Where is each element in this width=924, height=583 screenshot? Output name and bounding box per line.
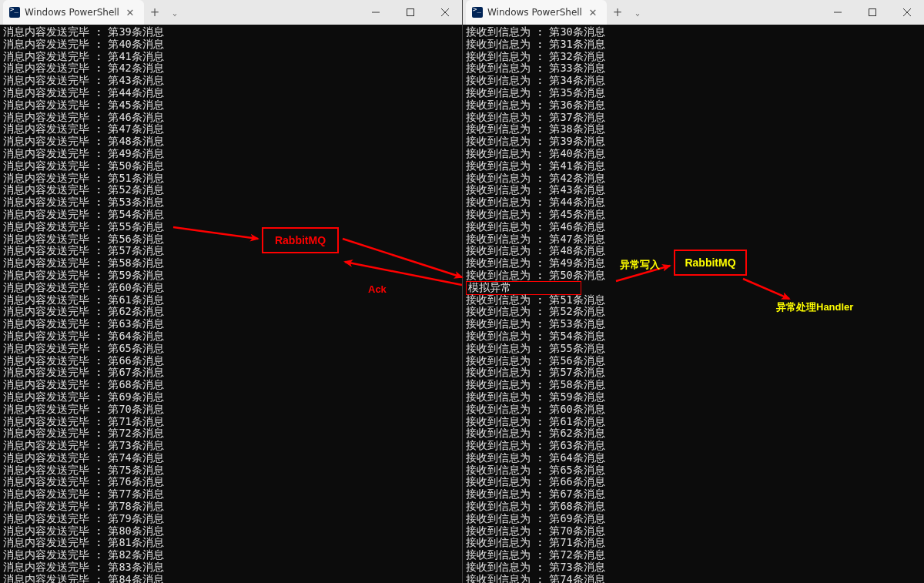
tab-powershell-right[interactable]: Windows PowerShell ✕ [466,0,607,25]
log-line: 接收到信息为 : 第57条消息 [466,367,921,379]
log-line: 接收到信息为 : 第62条消息 [466,427,921,440]
log-line: 消息内容发送完毕 : 第62条消息 [3,306,459,318]
log-line: 消息内容发送完毕 : 第76条消息 [3,476,459,488]
log-line: 接收到信息为 : 第38条消息 [466,123,921,136]
log-line: 消息内容发送完毕 : 第51条消息 [3,173,459,185]
terminal-output-right[interactable]: 接收到信息为 : 第30条消息接收到信息为 : 第31条消息接收到信息为 : 第… [463,25,924,583]
log-line: 消息内容发送完毕 : 第47条消息 [3,123,459,136]
log-line: 消息内容发送完毕 : 第71条消息 [3,416,459,428]
log-line: 接收到信息为 : 第35条消息 [466,87,921,99]
log-line: 消息内容发送完毕 : 第40条消息 [3,39,459,51]
log-line: 消息内容发送完毕 : 第83条消息 [3,561,459,574]
log-line: 消息内容发送完毕 : 第42条消息 [3,62,459,75]
log-line: 消息内容发送完毕 : 第61条消息 [3,294,459,307]
log-line: 接收到信息为 : 第73条消息 [466,561,921,574]
abnormal-write-label: 异常写入 [620,258,660,272]
log-line: 接收到信息为 : 第71条消息 [466,537,921,549]
tab-dropdown-button[interactable]: ⌄ [628,2,647,23]
log-line: 消息内容发送完毕 : 第58条消息 [3,257,459,270]
powershell-window-right: Windows PowerShell ✕ + ⌄ 接收到信息为 : 第30条消息… [462,0,924,583]
log-line: 消息内容发送完毕 : 第84条消息 [3,574,459,583]
log-line: 消息内容发送完毕 : 第43条消息 [3,75,459,87]
log-line: 接收到信息为 : 第59条消息 [466,391,921,404]
tab-close-button[interactable]: ✕ [124,6,136,18]
log-line: 接收到信息为 : 第54条消息 [466,330,921,343]
titlebar-right[interactable]: Windows PowerShell ✕ + ⌄ [463,0,924,25]
log-line: 接收到信息为 : 第43条消息 [466,184,921,196]
log-line: 接收到信息为 : 第65条消息 [466,464,921,477]
log-line: 接收到信息为 : 第70条消息 [466,525,921,538]
log-line: 接收到信息为 : 第33条消息 [466,62,921,75]
log-line: 接收到信息为 : 第64条消息 [466,452,921,464]
log-line: 消息内容发送完毕 : 第44条消息 [3,87,459,99]
exception-highlight: 模拟异常 [466,281,581,295]
tab-close-button[interactable]: ✕ [587,6,599,18]
log-line: 接收到信息为 : 第74条消息 [466,574,921,583]
log-line: 消息内容发送完毕 : 第78条消息 [3,501,459,513]
terminal-output-left[interactable]: 消息内容发送完毕 : 第39条消息消息内容发送完毕 : 第40条消息消息内容发送… [0,25,462,583]
log-line: 消息内容发送完毕 : 第81条消息 [3,537,459,549]
log-line: 接收到信息为 : 第32条消息 [466,51,921,63]
log-line: 消息内容发送完毕 : 第65条消息 [3,343,459,355]
log-line: 消息内容发送完毕 : 第48条消息 [3,136,459,148]
powershell-window-left: Windows PowerShell ✕ + ⌄ 消息内容发送完毕 : 第39条… [0,0,462,583]
log-line: 消息内容发送完毕 : 第49条消息 [3,148,459,160]
log-line: 消息内容发送完毕 : 第50条消息 [3,160,459,173]
log-line: 消息内容发送完毕 : 第41条消息 [3,51,459,63]
log-line: 消息内容发送完毕 : 第57条消息 [3,245,459,257]
log-line: 接收到信息为 : 第37条消息 [466,112,921,124]
log-line: 消息内容发送完毕 : 第67条消息 [3,367,459,379]
log-line: 接收到信息为 : 第30条消息 [466,26,921,39]
maximize-button[interactable] [855,0,889,25]
new-tab-button[interactable]: + [144,2,166,23]
log-line: 接收到信息为 : 第39条消息 [466,136,921,148]
close-button[interactable] [889,0,924,25]
log-line: 消息内容发送完毕 : 第64条消息 [3,330,459,343]
log-line: 接收到信息为 : 第53条消息 [466,318,921,330]
exception-line: 模拟异常 [466,282,921,294]
ack-label: Ack [368,283,387,295]
log-line: 消息内容发送完毕 : 第79条消息 [3,513,459,525]
log-line: 消息内容发送完毕 : 第54条消息 [3,209,459,221]
log-line: 消息内容发送完毕 : 第68条消息 [3,379,459,391]
handler-label: 异常处理Handler [776,300,853,314]
minimize-button[interactable] [820,0,855,25]
tab-dropdown-button[interactable]: ⌄ [166,2,184,23]
rabbitmq-box-right: RabbitMQ [674,250,747,276]
log-line: 接收到信息为 : 第36条消息 [466,99,921,112]
rabbitmq-label-right: RabbitMQ [685,256,735,269]
log-line: 消息内容发送完毕 : 第66条消息 [3,355,459,367]
log-line: 消息内容发送完毕 : 第72条消息 [3,427,459,440]
log-line: 消息内容发送完毕 : 第75条消息 [3,464,459,477]
log-line: 接收到信息为 : 第47条消息 [466,233,921,246]
log-line: 消息内容发送完毕 : 第82条消息 [3,549,459,561]
log-line: 接收到信息为 : 第60条消息 [466,404,921,416]
log-line: 消息内容发送完毕 : 第39条消息 [3,26,459,39]
powershell-icon [9,7,20,18]
log-line: 接收到信息为 : 第63条消息 [466,440,921,452]
log-line: 消息内容发送完毕 : 第77条消息 [3,488,459,501]
log-line: 接收到信息为 : 第58条消息 [466,379,921,391]
log-line: 消息内容发送完毕 : 第56条消息 [3,233,459,246]
log-line: 接收到信息为 : 第69条消息 [466,513,921,525]
maximize-button[interactable] [393,0,427,25]
titlebar-left[interactable]: Windows PowerShell ✕ + ⌄ [0,0,462,25]
minimize-button[interactable] [358,0,393,25]
log-line: 消息内容发送完毕 : 第52条消息 [3,184,459,196]
log-line: 接收到信息为 : 第68条消息 [466,501,921,513]
tab-title: Windows PowerShell [487,7,582,18]
tab-powershell-left[interactable]: Windows PowerShell ✕ [3,0,144,25]
log-line: 接收到信息为 : 第55条消息 [466,343,921,355]
rabbitmq-box-left: RabbitMQ [262,227,339,253]
log-line: 接收到信息为 : 第66条消息 [466,476,921,488]
log-line: 接收到信息为 : 第44条消息 [466,196,921,209]
close-button[interactable] [427,0,462,25]
log-line: 消息内容发送完毕 : 第80条消息 [3,525,459,538]
log-line: 消息内容发送完毕 : 第46条消息 [3,112,459,124]
log-line: 消息内容发送完毕 : 第60条消息 [3,282,459,294]
new-tab-button[interactable]: + [607,2,628,23]
log-line: 接收到信息为 : 第67条消息 [466,488,921,501]
log-line: 接收到信息为 : 第42条消息 [466,173,921,185]
tab-title: Windows PowerShell [25,7,119,18]
log-line: 消息内容发送完毕 : 第70条消息 [3,404,459,416]
